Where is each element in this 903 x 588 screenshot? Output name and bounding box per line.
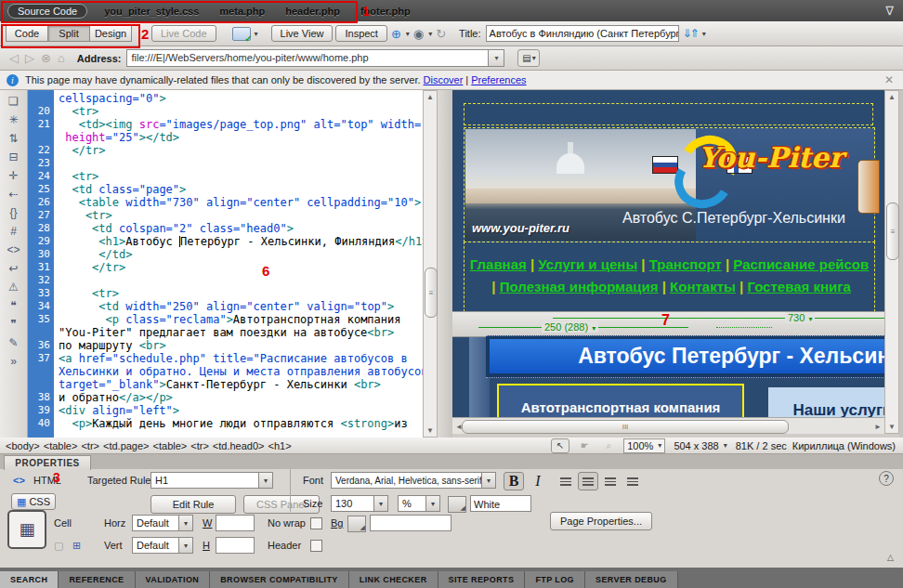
design-nav-link[interactable]: Контакты — [670, 279, 736, 294]
header-checkbox[interactable] — [310, 540, 322, 552]
properties-tab[interactable]: PROPERTIES — [4, 455, 91, 470]
collapse-selection-icon[interactable]: ⊟ — [5, 151, 23, 163]
address-input[interactable]: file:///E|/WebServers/home/you-piter/www… — [126, 49, 489, 67]
width-input[interactable] — [216, 515, 255, 531]
italic-button[interactable]: I — [528, 472, 548, 490]
code-line[interactable]: height="25"></td> — [59, 131, 423, 144]
file-get-put-icon[interactable]: ⇓⇑ — [683, 27, 698, 40]
inspect-button[interactable]: Inspect — [335, 25, 386, 42]
forward-icon[interactable]: ▷ — [25, 51, 34, 65]
code-line[interactable]: </td> — [59, 248, 423, 261]
related-file-tab[interactable]: header.php — [285, 6, 340, 17]
tag-selector-item[interactable]: <td.page> — [103, 440, 150, 451]
design-nav-link[interactable]: Полезная информация — [500, 279, 659, 294]
code-line[interactable]: и обратно</a></p> — [59, 391, 423, 404]
size-combo[interactable]: 130▾ — [331, 495, 388, 512]
preferences-link[interactable]: Preferences — [471, 74, 526, 85]
code-line[interactable]: <p>Каждый день многие люди отправляются … — [59, 417, 423, 430]
collapse-full-tag-icon[interactable]: ⇅ — [5, 133, 23, 145]
hand-tool-icon[interactable]: ☛ — [575, 438, 594, 453]
panel-tab-ftp-log[interactable]: FTP LOG — [525, 571, 585, 588]
code-line[interactable]: <table width="730" align="center" cellpa… — [59, 196, 423, 209]
table-width-ruler[interactable]: 730 ▾ 250 (288) ▾ — [452, 311, 884, 337]
code-line[interactable]: <td colspan="2" class="head0"> — [59, 222, 423, 235]
horz-combo[interactable]: Default▾ — [132, 515, 193, 531]
highlight-invalid-code-icon[interactable]: <> — [5, 244, 23, 256]
code-line[interactable]: </tr> — [59, 144, 423, 157]
tag-selector-item[interactable]: <h1> — [268, 440, 292, 451]
code-line[interactable]: </tr> — [59, 261, 423, 274]
tag-selector-item[interactable]: <tr> — [190, 440, 209, 451]
page-heading[interactable]: Автобус Петербург - Хельсинки — [490, 339, 884, 373]
code-line[interactable]: <a href="schedule.php" title="Расписание… — [59, 352, 423, 365]
code-line[interactable]: Хельсинки и обратно. Цены и места отправ… — [59, 365, 423, 378]
back-icon[interactable]: ◁ — [9, 51, 19, 65]
panel-tab-search[interactable]: SEARCH — [0, 571, 59, 588]
pane-splitter[interactable] — [438, 90, 452, 438]
design-nav-link[interactable]: Гостевая книга — [747, 279, 850, 294]
panel-tab-site-reports[interactable]: SITE REPORTS — [438, 571, 526, 588]
edit-icon[interactable]: ✎ — [5, 337, 23, 349]
code-lines[interactable]: cellspacing="0"> <tr> <td><img src="imag… — [59, 92, 423, 430]
tag-selector-item[interactable]: <table> — [153, 440, 188, 451]
text-color-input[interactable]: White — [470, 495, 531, 512]
syntax-error-alerts-icon[interactable]: ⚠ — [5, 281, 23, 294]
column-width-label[interactable]: 250 (288) ▾ — [542, 321, 598, 333]
code-line[interactable]: <td class="page"> — [59, 183, 423, 196]
refresh-icon[interactable]: ↻ — [436, 27, 446, 41]
scroll-up-icon[interactable]: ▲ — [424, 93, 437, 101]
show-more-icon[interactable]: » — [5, 356, 23, 368]
tag-selector-item[interactable]: <body> — [6, 440, 40, 451]
live-view-button[interactable]: Live View — [271, 25, 334, 42]
view-button-code[interactable]: Code — [6, 25, 48, 42]
collapse-panel-icon[interactable]: △ — [887, 553, 894, 562]
code-line[interactable]: <tr> — [59, 105, 423, 118]
scroll-up-icon[interactable]: ▲ — [885, 93, 898, 101]
check-browser-compat-icon[interactable]: ✓ — [232, 27, 251, 41]
font-combo[interactable]: Verdana, Arial, Helvetica, sans-serif▾ — [331, 472, 496, 489]
line-numbers-icon[interactable]: # — [5, 226, 23, 238]
zoom-level-combo[interactable]: 100%▾ — [623, 438, 665, 453]
code-line[interactable] — [59, 157, 423, 170]
related-file-tab[interactable]: meta.php — [219, 6, 265, 17]
code-line[interactable]: <div align="left"> — [59, 404, 423, 417]
related-file-tab[interactable]: footer.php — [360, 6, 411, 17]
code-line[interactable]: <tr> — [59, 209, 423, 222]
tag-selector-item[interactable]: <table> — [44, 440, 78, 451]
apply-comment-icon[interactable]: ❝ — [5, 300, 23, 312]
close-infobar-icon[interactable]: ✕ — [884, 73, 894, 86]
balance-braces-icon[interactable]: {} — [5, 207, 23, 219]
view-button-split[interactable]: Split — [47, 25, 90, 42]
address-dropdown-icon[interactable]: ▾ — [489, 49, 504, 67]
source-code-button[interactable]: Source Code — [7, 4, 87, 19]
open-documents-icon[interactable]: ❏ — [5, 96, 23, 108]
scroll-down-icon[interactable]: ▼ — [424, 426, 437, 435]
nowrap-checkbox[interactable] — [310, 517, 322, 529]
bg-color-swatch[interactable]: ◢ — [347, 516, 366, 532]
page-properties-button[interactable]: Page Properties... — [550, 512, 652, 530]
view-button-design[interactable]: Design — [89, 25, 132, 42]
design-view[interactable]: You-Piter Автобус С.Петербург-Хельсинки … — [452, 90, 884, 434]
code-line[interactable]: "You-Piter" предлагает вам поездки на ав… — [59, 326, 423, 339]
design-horizontal-scrollbar[interactable]: ◄ ► III — [452, 417, 884, 434]
select-parent-tag-icon[interactable]: ⇠ — [5, 189, 23, 201]
edit-rule-button[interactable]: Edit Rule — [150, 495, 236, 514]
expand-all-icon[interactable]: ✛ — [5, 170, 23, 182]
panel-tab-browser-compatibility[interactable]: BROWSER COMPATIBILITY — [210, 571, 349, 588]
filter-icon[interactable]: ∇ — [885, 4, 894, 18]
stop-icon[interactable]: ⊗ — [41, 51, 51, 65]
tag-selector-item[interactable]: <td.head0> — [213, 440, 265, 451]
code-vertical-scrollbar[interactable]: ▲ ▼ ≡ — [423, 90, 438, 438]
bold-button[interactable]: B — [504, 472, 524, 490]
bg-color-input[interactable] — [370, 515, 452, 531]
merge-cells-icon[interactable]: ▢ — [54, 540, 63, 552]
window-size-combo[interactable]: 504 x 388▾ — [671, 439, 729, 452]
code-line[interactable] — [59, 274, 423, 287]
code-line[interactable]: <tr> — [59, 287, 423, 300]
design-vertical-scrollbar[interactable]: ▲ ▼ ≡ — [884, 90, 899, 434]
height-input[interactable] — [216, 537, 255, 554]
scrollbar-thumb[interactable]: ≡ — [425, 268, 438, 318]
css-mode-button[interactable]: ▦CSS — [11, 493, 56, 510]
code-navigator-icon[interactable]: ✳ — [5, 114, 23, 126]
align-center-button[interactable] — [578, 472, 598, 490]
